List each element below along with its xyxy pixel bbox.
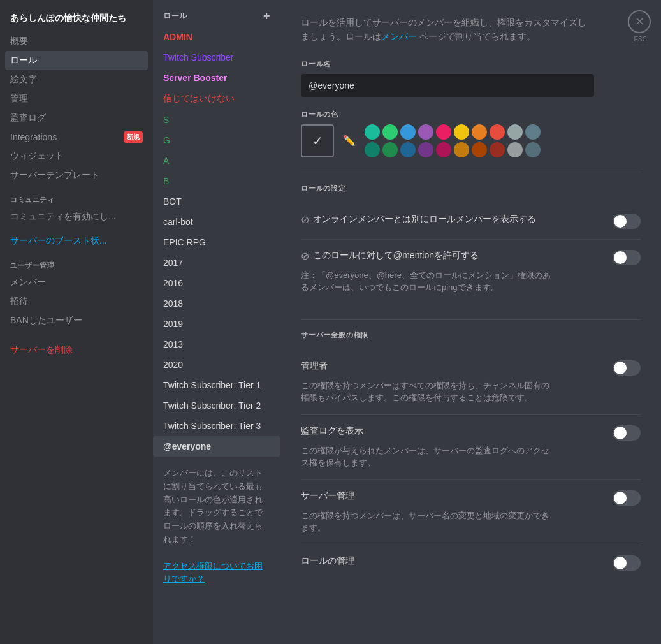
integrations-badge: 新規 [124, 131, 143, 143]
color-dot-8[interactable] [490, 124, 505, 140]
role-a[interactable]: A [153, 150, 280, 171]
close-button[interactable]: ✕ [628, 10, 651, 33]
server-permissions-label: サーバー全般の権限 [301, 330, 641, 340]
color-dot-9[interactable] [507, 124, 523, 140]
middle-footer: メンバーには、このリストに割り当てられている最も高いロールの色が適用されます。ド… [153, 457, 280, 596]
access-help-link[interactable]: アクセス権限についてお困りですか？ [163, 561, 263, 584]
add-role-icon[interactable]: + [263, 10, 270, 22]
role-s[interactable]: S [153, 110, 280, 130]
role-color-label: ロールの色 [301, 110, 641, 119]
nav-roles[interactable]: ロール [5, 51, 148, 70]
role-2017[interactable]: 2017 [153, 252, 280, 273]
nav-members[interactable]: メンバー [5, 273, 148, 292]
color-dot-5[interactable] [436, 124, 451, 140]
checkmark-icon: ✓ [312, 133, 323, 149]
nav-moderation[interactable]: 管理 [5, 89, 148, 108]
permission-administrator: 管理者 この権限を持つメンバーはすべての権限を持ち、チャンネル固有の権限もバイパ… [301, 350, 641, 415]
roles-header-label: ロール [163, 11, 187, 22]
color-dot-7[interactable] [472, 124, 487, 140]
nav-invite[interactable]: 招待 [5, 292, 148, 311]
block-icon-2: ⊘ [301, 250, 309, 262]
setting-online-members: ⊘ オンラインメンバーとは別にロールメンバーを表示する [301, 203, 641, 240]
nav-audit-log[interactable]: 監査ログ [5, 108, 148, 128]
eyedropper-button[interactable]: ✏️ [339, 131, 360, 151]
toggle-server-management[interactable] [613, 490, 641, 506]
role-epic-rpg[interactable]: EPIC RPG [153, 232, 280, 252]
user-management-section-label: ユーザー管理 [5, 251, 148, 273]
role-2013[interactable]: 2013 [153, 334, 280, 355]
color-dot-1[interactable] [365, 124, 380, 140]
color-dot-17[interactable] [472, 142, 487, 157]
role-g[interactable]: G [153, 130, 280, 150]
nav-delete-server[interactable]: サーバーを削除 [5, 340, 148, 360]
permission-server-management: サーバー管理 この権限を持つメンバーは、サーバー名の変更と地域の変更ができます。 [301, 480, 641, 545]
color-dot-10[interactable] [525, 124, 541, 140]
left-sidebar: あらしんぽの愉快な仲間たち 概要 ロール 絵文字 管理 監査ログ Integra… [0, 0, 153, 644]
esc-label: ESC [634, 36, 647, 43]
role-settings-section: ロールの設定 ⊘ オンラインメンバーとは別にロールメンバーを表示する ⊘ このロ… [301, 184, 641, 304]
color-dot-4[interactable] [418, 124, 433, 140]
role-admin[interactable]: ADMIN [153, 27, 280, 47]
role-settings-label: ロールの設定 [301, 184, 641, 193]
toggle-audit-log[interactable] [613, 425, 641, 441]
color-dot-15[interactable] [436, 142, 451, 157]
nav-server-template[interactable]: サーバーテンプレート [5, 166, 148, 185]
divider-1 [301, 173, 641, 173]
block-icon-1: ⊘ [301, 214, 309, 226]
role-server-booster[interactable]: Server Booster [153, 68, 280, 88]
role-twitch-tier3[interactable]: Twitch Subscriber: Tier 3 [153, 416, 280, 436]
color-dot-16[interactable] [454, 142, 469, 157]
color-grid [365, 124, 541, 157]
nav-emoji[interactable]: 絵文字 [5, 70, 148, 89]
server-permissions-section: サーバー全般の権限 管理者 この権限を持つメンバーはすべての権限を持ち、チャンネ… [301, 330, 641, 581]
color-dot-2[interactable] [382, 124, 398, 140]
nav-integrations[interactable]: Integrations 新規 [5, 128, 148, 147]
color-dot-20[interactable] [525, 142, 541, 157]
permission-audit-log: 監査ログを表示 この権限が与えられたメンバーは、サーバーの監査ログへのアクセス権… [301, 415, 641, 480]
role-2016[interactable]: 2016 [153, 273, 280, 293]
server-name: あらしんぽの愉快な仲間たち [5, 10, 148, 32]
color-row: ✓ ✏️ [301, 124, 641, 157]
intro-text: ロールを活用してサーバーのメンバーを組織し、権限をカスタマイズしましょう。ロール… [301, 15, 594, 44]
color-section: ロールの色 ✓ ✏️ [301, 110, 641, 157]
nav-widget[interactable]: ウィジェット [5, 147, 148, 166]
role-b[interactable]: B [153, 171, 280, 191]
role-everyone[interactable]: @everyone [153, 436, 280, 457]
divider-2 [301, 319, 641, 320]
nav-community-enable[interactable]: コミュニティを有効にし... [5, 207, 148, 226]
color-dot-19[interactable] [507, 142, 523, 157]
role-carlbot[interactable]: carl-bot [153, 212, 280, 232]
permission-role-management: ロールの管理 [301, 545, 641, 581]
role-name-label: ロール名 [301, 59, 641, 69]
members-link[interactable]: メンバー [381, 31, 417, 41]
role-twitch-subscriber[interactable]: Twitch Subscriber [153, 47, 280, 68]
color-dot-6[interactable] [454, 124, 469, 140]
toggle-online-members[interactable] [613, 214, 641, 229]
nav-overview[interactable]: 概要 [5, 32, 148, 51]
main-content: ✕ ESC ロールを活用してサーバーのメンバーを組織し、権限をカスタマイズしまし… [280, 0, 661, 644]
selected-color-swatch[interactable]: ✓ [301, 124, 334, 157]
role-twitch-tier2[interactable]: Twitch Subscriber: Tier 2 [153, 395, 280, 416]
nav-ban[interactable]: BANしたユーザー [5, 311, 148, 330]
color-dot-13[interactable] [400, 142, 416, 157]
color-dot-12[interactable] [382, 142, 398, 157]
community-section-label: コミュニティ [5, 185, 148, 207]
role-name-input[interactable] [301, 74, 594, 97]
toggle-mention[interactable] [613, 250, 641, 265]
middle-column: ロール + ADMIN Twitch Subscriber Server Boo… [153, 0, 280, 644]
toggle-administrator[interactable] [613, 360, 641, 376]
role-2020[interactable]: 2020 [153, 355, 280, 375]
color-dot-18[interactable] [490, 142, 505, 157]
toggle-role-management[interactable] [613, 555, 641, 571]
middle-header: ロール + [153, 5, 280, 27]
color-dot-11[interactable] [365, 142, 380, 157]
color-dot-14[interactable] [418, 142, 433, 157]
role-twitch-tier1[interactable]: Twitch Subscriber: Tier 1 [153, 375, 280, 395]
role-2018[interactable]: 2018 [153, 293, 280, 314]
role-bot[interactable]: BOT [153, 191, 280, 212]
setting-mention: ⊘ このロールに対して@mentionを許可する 注：「@everyone、@h… [301, 240, 641, 304]
role-2019[interactable]: 2019 [153, 314, 280, 334]
role-shinjite[interactable]: 信じてはいけない [153, 88, 280, 110]
nav-boost[interactable]: サーバーのブースト状... [5, 231, 148, 251]
color-dot-3[interactable] [400, 124, 416, 140]
